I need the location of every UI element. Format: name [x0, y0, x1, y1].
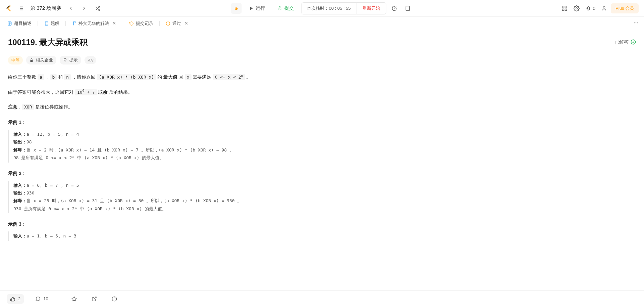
- difficulty-badge: 中等: [8, 56, 23, 64]
- hint-label: 提示: [69, 57, 78, 63]
- submit-label: 提交: [284, 5, 294, 11]
- share-button[interactable]: [88, 294, 100, 304]
- alarm-icon[interactable]: [389, 3, 400, 14]
- example-title: 示例 3：: [8, 221, 636, 227]
- close-icon[interactable]: ✕: [112, 21, 117, 26]
- run-button[interactable]: 运行: [244, 3, 270, 13]
- solved-badge: 已解答: [614, 39, 636, 46]
- fire-value: 0: [593, 6, 595, 11]
- solved-label: 已解答: [614, 39, 629, 45]
- tab-divider: [38, 21, 38, 26]
- svg-line-12: [234, 8, 235, 8]
- tab-mysol-label: 朴实无华的解法: [78, 20, 109, 27]
- font-button[interactable]: A𝑥: [85, 56, 96, 64]
- contest-title[interactable]: 第 372 场周赛: [30, 5, 61, 11]
- svg-line-35: [94, 297, 96, 299]
- description-paragraph: 注意，XOR 是按位异或操作。: [8, 102, 636, 112]
- svg-point-24: [576, 7, 578, 9]
- svg-point-25: [603, 6, 605, 8]
- tab-desc-label: 题目描述: [14, 20, 32, 27]
- check-icon: [631, 39, 636, 46]
- submit-button[interactable]: 提交: [272, 3, 299, 13]
- svg-point-10: [235, 8, 236, 8]
- example-block: 输入：a = 12, b = 5, n = 4 输出：98 解释：当 x = 2…: [8, 130, 636, 163]
- comments-button[interactable]: 10: [32, 294, 51, 304]
- settings-icon[interactable]: [571, 3, 582, 14]
- svg-point-32: [637, 23, 638, 24]
- problem-list-icon[interactable]: [15, 3, 26, 14]
- layout-icon[interactable]: [559, 3, 570, 14]
- svg-rect-22: [562, 9, 564, 10]
- footer-divider: [60, 296, 60, 302]
- svg-rect-21: [565, 6, 567, 8]
- next-problem-icon[interactable]: [79, 3, 90, 14]
- example-block: 输入：a = 6, b = 7 , n = 5 输出：930 解释：当 x = …: [8, 181, 636, 214]
- svg-point-30: [634, 23, 635, 24]
- svg-point-31: [636, 23, 637, 24]
- tab-subs-label: 提交记录: [136, 20, 153, 27]
- run-label: 运行: [256, 5, 265, 11]
- svg-rect-23: [565, 9, 567, 10]
- svg-marker-14: [250, 6, 253, 10]
- restart-button[interactable]: 重新开始: [356, 3, 386, 14]
- tab-description[interactable]: 题目描述: [4, 18, 35, 29]
- user-icon[interactable]: [599, 3, 609, 14]
- debug-icon[interactable]: [231, 3, 241, 14]
- tab-acc-label: 通过: [172, 20, 181, 27]
- companies-button[interactable]: 相关企业: [26, 56, 56, 64]
- tab-accepted[interactable]: 通过 ✕: [162, 18, 192, 29]
- problem-title: 100119. 最大异或乘积: [8, 37, 88, 48]
- svg-line-18: [396, 6, 396, 6]
- description-paragraph: 由于答案可能会很大，返回它对 109 + 7 取余 后的结果。: [8, 88, 636, 97]
- like-button[interactable]: 2: [7, 294, 24, 304]
- tab-sol-label: 题解: [51, 20, 59, 27]
- tab-solutions[interactable]: 题解: [41, 18, 63, 29]
- timer-box: 本次耗时：00 : 05 : 55 重新开始: [301, 2, 386, 14]
- shuffle-icon[interactable]: [92, 3, 103, 14]
- svg-rect-19: [406, 6, 410, 11]
- fire-count[interactable]: 0: [583, 5, 597, 11]
- star-button[interactable]: [68, 294, 80, 304]
- hint-button[interactable]: 提示: [60, 56, 81, 64]
- description-paragraph: 给你三个整数 a ，b 和 n ，请你返回 (a XOR x) * (b XOR…: [8, 73, 636, 82]
- like-count: 2: [18, 296, 20, 301]
- svg-point-11: [237, 8, 237, 8]
- help-button[interactable]: [108, 294, 120, 304]
- timer-prefix: 本次耗时：: [307, 5, 329, 11]
- plus-member-button[interactable]: Plus 会员: [611, 3, 639, 13]
- timer-value: 00 : 05 : 55: [329, 6, 351, 11]
- tab-more-icon[interactable]: [632, 19, 640, 28]
- svg-rect-20: [562, 6, 564, 8]
- tab-my-solution[interactable]: 朴实无华的解法 ✕: [68, 18, 120, 29]
- logo[interactable]: [5, 5, 13, 12]
- example-title: 示例 2：: [8, 171, 636, 177]
- comment-count: 10: [43, 296, 48, 301]
- example-block: 输入：a = 1, b = 6, n = 3: [8, 231, 636, 240]
- tab-divider: [123, 21, 123, 26]
- svg-line-17: [392, 6, 393, 6]
- prev-problem-icon[interactable]: [65, 3, 76, 14]
- example-title: 示例 1：: [8, 120, 636, 126]
- svg-rect-9: [235, 7, 237, 10]
- companies-label: 相关企业: [36, 57, 53, 63]
- close-icon[interactable]: ✕: [184, 21, 189, 26]
- tab-submissions[interactable]: 提交记录: [126, 18, 157, 29]
- svg-line-8: [96, 6, 97, 7]
- tab-divider: [65, 21, 66, 26]
- svg-line-13: [237, 8, 238, 8]
- tab-divider: [159, 21, 160, 26]
- notes-icon[interactable]: [402, 3, 413, 14]
- svg-marker-34: [72, 297, 76, 301]
